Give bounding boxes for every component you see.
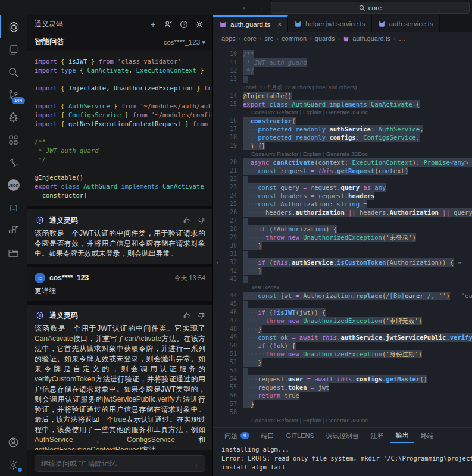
quoted-code-line (35, 164, 205, 173)
breadcrumb-item[interactable]: common (282, 35, 307, 42)
editor-tab[interactable]: helper.jwt.service.ts (288, 15, 371, 32)
code-line: 19··) {} (213, 142, 472, 150)
code-line: 11 * JWT auth guard (213, 58, 472, 67)
explorer-icon[interactable] (0, 38, 27, 61)
quoted-code-line: import { Injectable, UnauthorizedExcepti… (35, 84, 205, 93)
quoted-code-line: /** (35, 137, 205, 146)
chat-subheader: 智能问答 cos****_123 ▾ (27, 33, 212, 51)
send-icon[interactable]: → (190, 459, 199, 468)
thumbs-down-icon[interactable] (198, 312, 205, 320)
fold-chevron-icon[interactable]: › (213, 258, 221, 267)
breadcrumb-item[interactable]: apps (221, 35, 236, 42)
file-type-icon (294, 20, 302, 28)
tongyi-logo-icon (35, 215, 45, 226)
chat-mode-title: 智能问答 (35, 37, 64, 47)
quoted-code-line (35, 129, 205, 137)
share-icon[interactable] (0, 151, 27, 174)
extensions-icon[interactable] (0, 219, 27, 242)
codelens-actions[interactable]: Codeium: Refactor | Explain | Generate J… (213, 150, 472, 158)
new-chat-icon[interactable]: + (147, 18, 159, 30)
thumbs-up-icon[interactable] (183, 217, 190, 224)
code-line: 43 (213, 275, 472, 283)
breadcrumb-item[interactable]: … (399, 35, 405, 42)
panel-tab-端口[interactable]: 端口 (256, 428, 280, 443)
account-icon[interactable] (0, 431, 27, 453)
panel-tab-输出[interactable]: 输出 (390, 428, 414, 443)
code-line: ›32····if (this.authService.isCustomToke… (213, 258, 472, 267)
code-line: 25····const Authorization: string = (213, 200, 472, 208)
editor-area: auth.guard.ts×helper.jwt.service.tsauth.… (213, 15, 472, 476)
quoted-code-line: import { getNestExecutionContextRequest … (35, 120, 205, 129)
quoted-code-line: @Injectable() (35, 173, 205, 182)
close-tab-icon[interactable]: × (277, 20, 282, 29)
code-line: 50····if (!ok) { (213, 342, 472, 350)
codelens-actions[interactable]: Codeium: Refactor | Explain | Generate J… (213, 108, 472, 117)
tongyi-lingma-icon[interactable] (0, 15, 27, 38)
search-icon[interactable] (0, 61, 27, 83)
code-editor[interactable]: 10/**11 * JWT auth guard12 */13Innei, 17… (213, 45, 472, 427)
thumbs-down-icon[interactable] (198, 217, 205, 224)
back-arrow-icon[interactable]: ← (239, 2, 251, 11)
user-message-card: c cos****_123 今天 13:54 更详细 (27, 267, 212, 301)
command-search-box[interactable]: core (271, 2, 470, 14)
source-control-icon[interactable]: 144 (0, 83, 27, 106)
problems-badge: 9 (240, 432, 249, 439)
code-line: 58 (213, 408, 472, 416)
code-line: 27 (213, 217, 472, 225)
code-line: 21····const request = this.getRequest(co… (213, 167, 472, 175)
extension-grid-icon[interactable] (0, 129, 27, 151)
account-dropdown[interactable]: cos****_123 ▾ (164, 38, 205, 46)
code-line: 42····} (213, 267, 472, 275)
quoted-code-line: */ (35, 155, 205, 164)
code-line: 29······throw new UnauthorizedException(… (213, 233, 472, 242)
code-line: 57··} (213, 400, 472, 408)
help-icon[interactable] (178, 18, 190, 30)
panel-tab-终端[interactable]: 终端 (415, 428, 439, 443)
quoted-code-line: import { ConfigsService } from '~/module… (35, 111, 205, 120)
todo-tree-icon[interactable] (0, 106, 27, 129)
output-line: install algm fail (221, 463, 472, 472)
search-icon (359, 5, 365, 11)
breadcrumb[interactable]: apps›core›src›common›guards›auth.guard.t… (213, 32, 472, 45)
breadcrumb-item[interactable]: core (244, 35, 257, 42)
json-icon[interactable]: Json (0, 174, 27, 196)
settings-icon[interactable] (0, 453, 27, 476)
panel-tab-问题[interactable]: 问题9 (219, 428, 255, 443)
file-type-icon (219, 21, 227, 29)
forward-arrow-icon[interactable]: → (254, 2, 265, 11)
folder-icon[interactable] (0, 242, 27, 264)
breadcrumb-item[interactable]: auth.guard.ts (352, 35, 390, 42)
chat-input[interactable] (41, 459, 190, 468)
editor-tab[interactable]: auth.service.ts (372, 15, 440, 32)
chat-input-bar: → (27, 450, 212, 476)
ai-message-text-2: 该函数是一个用于JWT认证的中间件类。它实现了CanActivate接口，并重写… (35, 324, 205, 455)
output-console[interactable]: installing algm...Error: EROFS: read-onl… (213, 443, 472, 472)
codelens-actions[interactable]: Test Regex... (213, 283, 472, 292)
ai-message-text: 该函数是一个JWT认证的中间件类，用于验证请求的令牌是否有效，并将用户信息和令牌… (35, 228, 205, 259)
braces-icon[interactable]: {...} (0, 196, 27, 219)
code-line: 31 (213, 250, 472, 258)
code-line: 14@Injectable() (213, 92, 472, 100)
git-blame-annotation: Innei, 17个月前 | 2 authors (Innei and othe… (213, 83, 472, 92)
thumbs-up-icon[interactable] (183, 312, 190, 320)
panel-tab-GITLENS[interactable]: GITLENS (281, 428, 320, 443)
chat-panel-header: 通义灵码 + (27, 15, 212, 33)
code-line: 53 (213, 367, 472, 375)
panel-tab-调试控制台[interactable]: 调试控制台 (321, 428, 364, 443)
settings-icon[interactable] (193, 18, 205, 30)
tongyi-lingma-panel: 通义灵码 + 智能问答 cos****_123 ▾ import { isJWT… (27, 15, 213, 476)
breadcrumb-item[interactable]: guards (315, 35, 335, 42)
code-line: 45 (213, 300, 472, 308)
quoted-code-line: import { AuthService } from '~/modules/a… (35, 102, 205, 111)
editor-tab[interactable]: auth.guard.ts× (213, 15, 288, 32)
codelens-actions[interactable]: Codeium: Refactor | Explain | Generate J… (213, 416, 472, 425)
chat-message-list[interactable]: import { isJWT } from 'class-validator'i… (27, 51, 212, 476)
code-line: 16··constructor( (213, 117, 472, 125)
quoted-code-block: import { isJWT } from 'class-validator'i… (27, 51, 212, 206)
code-line: 12 */ (213, 67, 472, 75)
quoted-code-line: import type { CanActivate, ExecutionCont… (35, 66, 205, 75)
user-message-text: 更详细 (35, 286, 205, 296)
breadcrumb-item[interactable]: src (265, 35, 274, 42)
feedback-icon[interactable] (162, 18, 174, 30)
panel-tab-注释[interactable]: 注释 (365, 428, 389, 443)
